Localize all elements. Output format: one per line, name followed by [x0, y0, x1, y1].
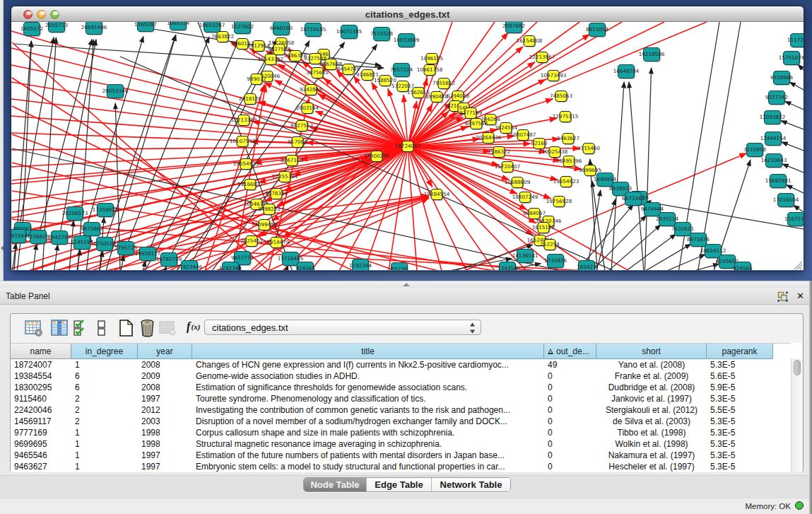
- graph-node[interactable]: 989032: [247, 74, 266, 86]
- network-graph-canvas[interactable]: 1405572205571320691406136528710653241065…: [11, 22, 804, 270]
- graph-node[interactable]: 85236: [392, 263, 408, 271]
- black-edge[interactable]: [629, 82, 645, 270]
- graph-node[interactable]: 12975115: [553, 112, 579, 124]
- graph-node[interactable]: 8813054: [586, 23, 608, 38]
- graph-node[interactable]: 1795725: [114, 242, 137, 257]
- column-header-title[interactable]: title: [192, 344, 544, 359]
- graph-node[interactable]: 20206573: [62, 207, 88, 222]
- memory-ok-indicator[interactable]: [795, 501, 804, 510]
- black-edge[interactable]: [782, 142, 804, 151]
- window-resize-grip[interactable]: [794, 262, 802, 269]
- graph-node[interactable]: 9115460: [577, 144, 600, 156]
- graph-node[interactable]: 3875685: [306, 68, 329, 80]
- scrollbar-thumb[interactable]: [794, 360, 801, 375]
- graph-node[interactable]: 6466160: [270, 22, 293, 36]
- graph-node[interactable]: 134358: [498, 262, 517, 271]
- graph-node[interactable]: 991544: [11, 230, 28, 245]
- red-edge[interactable]: [11, 146, 408, 252]
- graph-node[interactable]: 1156829: [27, 230, 49, 245]
- tab-edge-table[interactable]: Edge Table: [367, 478, 432, 491]
- column-header-year[interactable]: year: [138, 344, 192, 359]
- graph-node[interactable]: 1365287: [134, 22, 157, 33]
- graph-node[interactable]: 9463627: [557, 134, 579, 146]
- black-edge[interactable]: [782, 164, 804, 173]
- graph-node[interactable]: 10688609: [505, 177, 531, 189]
- black-edge[interactable]: [642, 255, 705, 270]
- graph-node[interactable]: 6873342: [622, 192, 645, 207]
- float-window-icon[interactable]: [777, 291, 788, 302]
- node-table-grid[interactable]: namein_degreeyeartitleout_de...shortpage…: [11, 343, 792, 472]
- graph-node[interactable]: 1250515: [93, 238, 116, 252]
- network-view-window[interactable]: citations_edges.txt 14055722055713206914…: [11, 6, 804, 271]
- graph-node[interactable]: 7986322: [488, 147, 510, 159]
- graph-node[interactable]: 2942757: [48, 231, 71, 246]
- network-graph[interactable]: 1405572205571320691406136528710653241065…: [11, 22, 804, 270]
- red-edge[interactable]: [11, 31, 408, 146]
- graph-node[interactable]: 7485063: [550, 91, 572, 103]
- graph-node[interactable]: 18495796: [556, 156, 582, 168]
- graph-node[interactable]: 10033809: [394, 34, 420, 49]
- graph-node[interactable]: 15692901: [765, 175, 792, 189]
- graph-node[interactable]: 15720407: [495, 162, 521, 174]
- row-height-icon[interactable]: [97, 319, 106, 337]
- column-header-in_degree[interactable]: in_degree: [71, 344, 138, 359]
- graph-node[interactable]: 1192344: [349, 259, 372, 271]
- show-columns-icon[interactable]: [50, 319, 69, 337]
- black-edge[interactable]: [657, 264, 719, 270]
- splitter-handle-icon[interactable]: [403, 283, 410, 286]
- graph-node[interactable]: 9328966: [770, 71, 793, 86]
- graph-node[interactable]: 3215958: [743, 144, 766, 158]
- table-row[interactable]: 969969511998Structural magnetic resonanc…: [11, 438, 792, 450]
- graph-node[interactable]: 20691406: [81, 22, 107, 35]
- control-panel-collapsed-strip[interactable]: [0, 0, 4, 281]
- tab-network-table[interactable]: Network Table: [432, 478, 510, 491]
- horizontal-splitter[interactable]: [0, 281, 812, 288]
- column-header-pagerank[interactable]: pagerank: [707, 344, 773, 359]
- table-row[interactable]: 1872400712008Changes of HCN gene express…: [11, 359, 792, 370]
- graph-node[interactable]: 1065324: [167, 22, 189, 31]
- graph-node[interactable]: 924565: [733, 262, 752, 271]
- graph-node[interactable]: 12093822: [760, 111, 786, 126]
- graph-node[interactable]: 1527602: [231, 22, 254, 35]
- graph-node[interactable]: 1145194: [71, 236, 93, 251]
- graph-node[interactable]: 1117253: [787, 34, 804, 49]
- graph-node[interactable]: 19756928: [546, 197, 572, 209]
- column-header-name[interactable]: name: [11, 344, 71, 359]
- table-row[interactable]: 2242004622012Investigating the contribut…: [11, 404, 792, 416]
- black-edge[interactable]: [781, 121, 804, 129]
- graph-node[interactable]: 12213369: [231, 115, 257, 127]
- graph-node[interactable]: 19654923: [553, 177, 579, 189]
- graph-node[interactable]: 18807249: [512, 192, 539, 204]
- table-row[interactable]: 1938455462009Genome-wide association stu…: [11, 370, 792, 382]
- table-row[interactable]: 1456911722003Disruption of a novel membe…: [11, 416, 792, 427]
- graph-node[interactable]: 17016504: [773, 194, 799, 209]
- graph-node[interactable]: 7955812: [433, 78, 455, 90]
- graph-node[interactable]: 2087682: [502, 22, 525, 34]
- graph-node[interactable]: 19218506: [639, 48, 665, 63]
- graph-node[interactable]: 6497568: [465, 119, 488, 131]
- graph-node[interactable]: 9227342: [765, 91, 788, 106]
- black-edge[interactable]: [596, 225, 661, 270]
- graph-node[interactable]: 924565: [295, 262, 314, 271]
- graph-node[interactable]: 2055713: [45, 22, 68, 33]
- graph-node[interactable]: 10107552: [230, 136, 256, 148]
- black-edge[interactable]: [785, 101, 804, 110]
- graph-node[interactable]: 1405572: [20, 23, 43, 37]
- new-column-icon[interactable]: [117, 319, 134, 337]
- graph-node[interactable]: 7857224: [390, 64, 413, 78]
- graph-node[interactable]: 12213967: [529, 52, 555, 64]
- black-edge[interactable]: [76, 250, 81, 270]
- select-all-icon[interactable]: [73, 319, 90, 337]
- graph-node[interactable]: 10671385: [336, 25, 363, 40]
- graph-node[interactable]: 2803144: [296, 103, 319, 115]
- function-builder-icon[interactable]: f(x): [186, 319, 203, 334]
- window-titlebar[interactable]: citations_edges.txt: [11, 6, 804, 22]
- graph-node[interactable]: 8990448: [425, 92, 448, 104]
- graph-node[interactable]: 7625402: [240, 236, 263, 248]
- graph-node[interactable]: 19166827: [237, 180, 264, 192]
- graph-node[interactable]: 8267130: [281, 156, 303, 168]
- graph-node[interactable]: 7515528: [370, 28, 393, 42]
- red-edge[interactable]: [11, 82, 408, 146]
- graph-node[interactable]: 1167533: [784, 213, 804, 228]
- black-edge[interactable]: [787, 185, 804, 193]
